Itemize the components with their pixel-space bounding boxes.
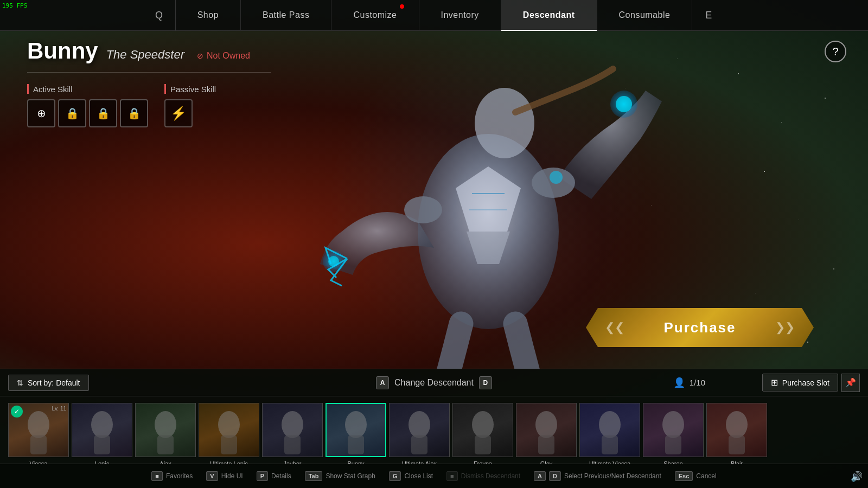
- svg-rect-15: [94, 435, 110, 454]
- e-icon: E: [705, 10, 712, 21]
- character-info: Bunny The Speedster ⊘ Not Owned: [27, 38, 271, 81]
- sort-icon: ⇅: [17, 378, 23, 387]
- char-face: [199, 403, 259, 457]
- skill-icon-1[interactable]: ⊕: [27, 99, 55, 127]
- char-portrait-lepic: [72, 403, 132, 457]
- char-face: [516, 403, 576, 457]
- hotkey-dismiss: ■ Dismiss Descendant: [446, 471, 520, 481]
- sort-bar: ⇅ Sort by: Default A Change Descendant D…: [0, 369, 868, 396]
- purchase-slot-button[interactable]: ⊞ Purchase Slot: [762, 374, 838, 391]
- notification-dot: [400, 4, 404, 9]
- char-card-ultimate-viessa[interactable]: Ultimate Viessa: [579, 403, 640, 457]
- hotkey-hideui-label: Hide UI: [221, 472, 243, 480]
- passive-skill-icon-1[interactable]: ⚡: [164, 99, 193, 127]
- char-card-sharen[interactable]: Sharen: [643, 403, 704, 457]
- passive-skill-section: Passive Skill ⚡: [164, 84, 216, 127]
- char-portrait-ajax: [135, 403, 196, 457]
- nav-shop[interactable]: Shop: [176, 0, 241, 31]
- char-card-lepic[interactable]: Lepic: [72, 403, 132, 457]
- active-skill-section: Active Skill ⊕ 🔒 🔒 🔒: [27, 84, 148, 127]
- svg-rect-27: [475, 435, 491, 454]
- char-face: [9, 403, 68, 457]
- character-divider: [27, 72, 271, 73]
- char-card-bunny[interactable]: Bunny: [326, 403, 386, 457]
- bottom-panel: ⇅ Sort by: Default A Change Descendant D…: [0, 369, 868, 464]
- hotkey-closelist: G Close List: [389, 471, 433, 481]
- char-face: [263, 403, 322, 457]
- svg-rect-13: [30, 435, 47, 454]
- char-face: [580, 403, 640, 457]
- hotkey-select-label: Select Previous/Next Descendant: [564, 472, 661, 480]
- nav-icon-q[interactable]: Q: [143, 0, 176, 31]
- hotkey-details-key: P: [257, 471, 268, 481]
- svg-point-14: [91, 411, 113, 438]
- char-card-jayber[interactable]: Jayber: [262, 403, 323, 457]
- nav-icon-e[interactable]: E: [692, 0, 725, 31]
- svg-point-12: [28, 411, 49, 438]
- char-portrait-ullepic: [199, 403, 259, 457]
- char-portrait-ulviessa: [579, 403, 640, 457]
- purchase-button[interactable]: ❮❮ Purchase ❯❯: [586, 308, 814, 347]
- svg-point-4: [616, 96, 632, 112]
- hotkey-details-label: Details: [271, 472, 291, 480]
- not-owned-badge: ⊘ Not Owned: [197, 51, 250, 61]
- char-card-ajax[interactable]: Ajax: [135, 403, 196, 457]
- char-portrait-viessa: ✓Lv. 11: [8, 403, 69, 457]
- pin-button[interactable]: 📌: [841, 374, 860, 392]
- char-card-viessa[interactable]: ✓Lv. 11 Viessa: [8, 403, 69, 457]
- char-card-blair[interactable]: Blair: [706, 403, 767, 457]
- char-face: [707, 403, 767, 457]
- svg-rect-31: [602, 435, 618, 454]
- svg-rect-35: [729, 435, 745, 454]
- svg-point-34: [726, 411, 748, 438]
- nav-bar: Q Shop Battle Pass Customize Inventory D…: [0, 0, 868, 31]
- hotkey-closelist-key: G: [389, 471, 401, 481]
- char-card-freyna[interactable]: Freyna: [452, 403, 513, 457]
- svg-point-11: [550, 171, 563, 184]
- help-button[interactable]: ?: [825, 41, 846, 62]
- slot-info: 👤 1/10: [673, 377, 705, 389]
- svg-rect-19: [221, 435, 237, 454]
- nav-battlepass[interactable]: Battle Pass: [241, 0, 331, 31]
- volume-icon[interactable]: 🔊: [851, 471, 863, 483]
- char-face: [327, 404, 385, 456]
- char-face: [643, 403, 703, 457]
- char-card-ultimate-lepic[interactable]: Ultimate Lepic: [199, 403, 259, 457]
- hotkey-hideui-key: V: [206, 471, 218, 481]
- q-icon: Q: [155, 10, 163, 21]
- svg-point-20: [282, 411, 303, 438]
- hotkey-favorites-label: Favorites: [166, 472, 193, 480]
- hotkey-select-key-a: A: [534, 471, 546, 481]
- svg-point-9: [404, 196, 442, 223]
- passive-skill-label: Passive Skill: [164, 84, 216, 94]
- slot-count: 1/10: [690, 378, 705, 387]
- fps-counter: 195 FPS: [2, 2, 27, 9]
- char-face: [72, 403, 132, 457]
- nav-consumable[interactable]: Consumable: [597, 0, 693, 31]
- nav-customize[interactable]: Customize: [331, 0, 419, 31]
- purchase-chevron-left: ❮❮: [605, 320, 624, 335]
- hotkey-select-key-d: D: [549, 471, 561, 481]
- char-card-gley[interactable]: Gley: [516, 403, 577, 457]
- sort-button[interactable]: ⇅ Sort by: Default: [8, 375, 89, 391]
- character-list: ✓Lv. 11 Viessa Lepic Ajax Ultimate Lepic…: [0, 396, 868, 464]
- char-portrait-gley: [516, 403, 577, 457]
- svg-rect-17: [157, 435, 174, 454]
- purchase-button-wrapper[interactable]: ❮❮ Purchase ❯❯: [586, 308, 814, 347]
- change-descendant-label: Change Descendant: [394, 378, 474, 388]
- hotkey-select: A D Select Previous/Next Descendant: [534, 471, 661, 481]
- char-card-ultimate-ajax[interactable]: Ultimate Ajax: [389, 403, 450, 457]
- nav-descendant[interactable]: Descendant: [501, 0, 597, 31]
- nav-inventory[interactable]: Inventory: [419, 0, 501, 31]
- char-face: [453, 403, 513, 457]
- hotkey-cancel-key: Esc: [675, 471, 693, 481]
- char-portrait-ulajax: [389, 403, 450, 457]
- not-owned-icon: ⊘: [197, 52, 203, 60]
- char-portrait-bunny: [326, 403, 386, 457]
- character-subtitle: The Speedster: [106, 48, 184, 62]
- svg-rect-33: [665, 435, 681, 454]
- pin-icon: 📌: [845, 377, 856, 388]
- character-name-row: Bunny The Speedster ⊘ Not Owned: [27, 38, 271, 64]
- skill-icon-3: 🔒: [89, 99, 117, 127]
- hotkey-bar: ■ Favorites V Hide UI P Details Tab Show…: [0, 464, 868, 488]
